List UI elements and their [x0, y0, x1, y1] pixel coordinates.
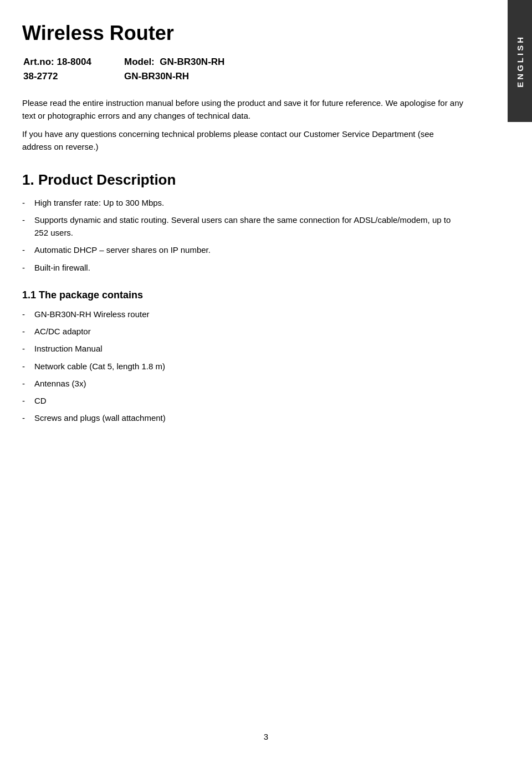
sidebar-english: ENGLISH	[508, 0, 532, 122]
page-number: 3	[264, 732, 268, 741]
page-container: ENGLISH Wireless Router Art.no: 18-8004 …	[0, 0, 532, 758]
list-item: - High transfer rate: Up to 300 Mbps.	[22, 196, 466, 209]
list-item: - Built-in firewall.	[22, 261, 466, 274]
art-model-table: Art.no: 18-8004 Model: GN-BR30N-RH 38-27…	[22, 54, 466, 84]
list-item: - GN-BR30N-RH Wireless router	[22, 308, 466, 321]
list-item: - Instruction Manual	[22, 342, 466, 355]
list-item: - Supports dynamic and static routing. S…	[22, 213, 466, 240]
page-title: Wireless Router	[22, 22, 466, 44]
list-item: - Network cable (Cat 5, length 1.8 m)	[22, 360, 466, 373]
sidebar-label-text: ENGLISH	[515, 35, 525, 88]
section1-bullet-list: - High transfer rate: Up to 300 Mbps. - …	[22, 196, 466, 274]
list-item: - AC/DC adaptor	[22, 325, 466, 338]
model-label: Model: GN-BR30N-RH	[124, 55, 464, 69]
list-item: - Antennas (3x)	[22, 377, 466, 390]
list-item: - Automatic DHCP – server shares on IP n…	[22, 243, 466, 256]
list-item: - Screws and plugs (wall attachment)	[22, 411, 466, 424]
art-no-value2: 38-2772	[23, 70, 123, 83]
intro-para1: Please read the entire instruction manua…	[22, 96, 466, 123]
section1-1-heading: 1.1 The package contains	[22, 289, 466, 301]
main-content: Wireless Router Art.no: 18-8004 Model: G…	[22, 22, 499, 425]
model-value2: GN-BR30N-RH	[124, 70, 464, 83]
section1-1-bullet-list: - GN-BR30N-RH Wireless router - AC/DC ad…	[22, 308, 466, 425]
intro-para2: If you have any questions concerning tec…	[22, 128, 466, 154]
art-no-label: Art.no: 18-8004	[23, 55, 123, 69]
list-item: - CD	[22, 394, 466, 407]
section1-heading: 1. Product Description	[22, 171, 466, 189]
